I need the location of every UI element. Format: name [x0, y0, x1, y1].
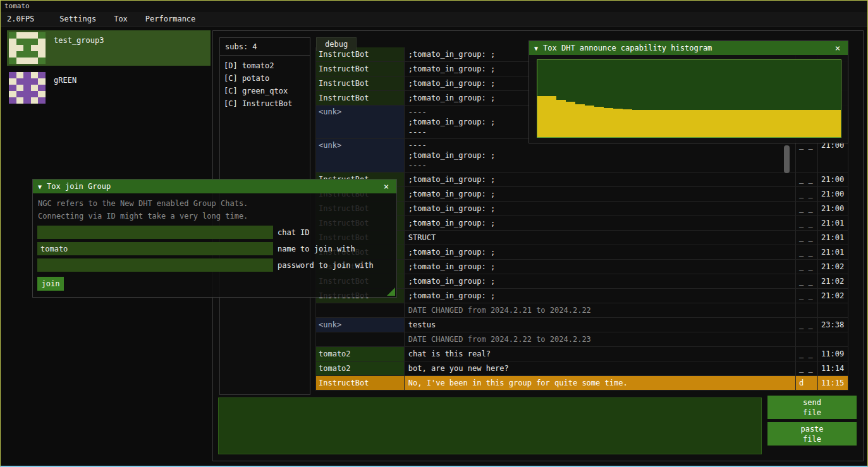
chat-row[interactable]: tomato2 bot, are you new here? _ _ 11:14 [316, 361, 848, 376]
histogram-bar [670, 110, 680, 137]
chat-row-message: ;tomato_in_group: ; [405, 173, 796, 186]
histogram-bar [708, 110, 718, 137]
chat-row-message: ---- ;tomato_in_group: ; ---- [405, 139, 796, 172]
sidebar-group-green[interactable]: gREEN [7, 70, 211, 106]
histogram-bar [642, 110, 651, 137]
histogram-bar [613, 109, 623, 137]
histogram-bar [822, 110, 831, 137]
join-titlebar[interactable]: ▼ Tox join Group × [33, 179, 396, 193]
titlebar[interactable]: tomato [1, 1, 867, 12]
histogram-bar [623, 109, 632, 137]
menu-item[interactable]: Tox [105, 13, 137, 25]
chat-row-time: 11:14 [818, 361, 848, 375]
chat-id-input[interactable] [37, 226, 273, 239]
chat-row-time: 11:15 [818, 376, 848, 390]
chat-row-time: 21:01 [818, 231, 848, 245]
chat-row-status: _ _ [796, 361, 818, 375]
histogram-bar [604, 108, 613, 137]
histogram-bar [793, 110, 803, 137]
chat-row-status: _ _ [796, 231, 818, 245]
chat-row[interactable]: InstructBot No, I've been in this group … [316, 376, 848, 391]
chat-row-message: bot, are you new here? [405, 361, 796, 375]
chat-scrollbar-thumb[interactable] [784, 145, 790, 173]
histogram-bar [585, 106, 594, 137]
histogram-bar [737, 110, 746, 137]
message-input[interactable] [218, 397, 762, 454]
histogram-bar [831, 110, 841, 137]
close-icon[interactable]: × [833, 43, 843, 53]
histogram-bar [632, 110, 642, 137]
join-name-input[interactable] [37, 242, 273, 255]
subs-member[interactable]: [C] potato [224, 72, 306, 85]
chat-row-time: 21:00 [818, 139, 848, 172]
chat-row-status: _ _ [796, 347, 818, 361]
group-name: test_group3 [54, 36, 104, 66]
chat-row-message: ;tomato_in_group: ; [405, 202, 796, 215]
chat-row-status: d [796, 376, 818, 390]
subs-member[interactable]: [C] green_qtox [224, 85, 306, 97]
chat-row-author [316, 303, 405, 317]
chat-row-message: ;tomato_in_group: ; [405, 245, 796, 259]
join-password-input[interactable] [37, 258, 273, 272]
help-line: Connecting via ID might take a very long… [38, 210, 391, 222]
chat-row[interactable]: tomato2 chat is this real? _ _ 11:09 [316, 347, 848, 361]
chat-row-author: <unk> [316, 139, 405, 172]
subs-list: [D] tomato2[C] potato[C] green_qtox[C] I… [220, 56, 310, 114]
chat-row-status: _ _ [796, 245, 818, 259]
sidebar-group-test_group3[interactable]: test_group3 [7, 30, 211, 66]
histogram-bar [718, 110, 727, 137]
chat-row-message: STRUCT [405, 231, 796, 245]
help-line: NGC refers to the New DHT enabled Group … [38, 197, 391, 210]
join-button[interactable]: join [37, 277, 64, 291]
chat-row[interactable]: DATE CHANGED from 2024.2.21 to 2024.2.22 [316, 303, 848, 318]
chat-row-time: 21:01 [818, 216, 848, 230]
chat-row[interactable]: <unk> ---- ;tomato_in_group: ; ---- _ _ … [316, 139, 848, 173]
join-password-label: password to join with [278, 261, 374, 270]
paste-file-button[interactable]: paste file [767, 422, 857, 446]
chat-row-author: tomato2 [316, 347, 405, 361]
chat-row-status: _ _ [796, 187, 818, 201]
subs-member[interactable]: [C] InstructBot [224, 97, 306, 110]
chat-row-author: <unk> [316, 106, 405, 138]
histogram-bar [547, 96, 556, 137]
menu-item[interactable]: Settings [51, 13, 105, 25]
histogram-bar [651, 110, 661, 137]
chat-row[interactable]: <unk> testus _ _ 23:38 [316, 318, 848, 332]
histogram-bar [575, 104, 585, 137]
menubar: 2.0FPS SettingsToxPerformance [1, 12, 867, 27]
chat-id-row: chat ID [37, 226, 396, 239]
subs-member[interactable]: [D] tomato2 [224, 59, 306, 72]
send-file-button[interactable]: send file [767, 396, 857, 419]
chat-row-author: InstructBot [316, 376, 405, 390]
join-window-title: Tox join Group [47, 182, 381, 191]
join-name-label: name to join with [278, 245, 355, 253]
resize-grip-icon[interactable] [387, 288, 395, 296]
histogram-bar [774, 110, 784, 137]
chat-row-time: 21:02 [818, 260, 848, 274]
chat-row-status [796, 303, 818, 317]
histogram-bar [566, 102, 575, 137]
join-help-text: NGC refers to the New DHT enabled Group … [33, 193, 396, 222]
tab-debug[interactable]: debug [316, 37, 357, 51]
histogram-bar [661, 110, 670, 137]
close-icon[interactable]: × [381, 181, 391, 191]
histogram-bar [803, 110, 812, 137]
chat-row-author: InstructBot [316, 62, 405, 76]
chat-row-message: chat is this real? [405, 347, 796, 361]
app-window: tomato 2.0FPS SettingsToxPerformance tes… [0, 0, 868, 467]
chat-row-author: tomato2 [316, 361, 405, 375]
histogram-bar [727, 110, 737, 137]
chat-row-time: 23:38 [818, 318, 848, 332]
chat-row[interactable]: DATE CHANGED from 2024.2.22 to 2024.2.23 [316, 332, 848, 347]
chat-row-status: _ _ [796, 274, 818, 288]
collapse-arrow-icon[interactable]: ▼ [534, 45, 538, 52]
histogram-titlebar[interactable]: ▼ Tox DHT announce capability histogram … [529, 41, 848, 55]
chat-row-author: InstructBot [316, 91, 405, 105]
dht-histogram-window: ▼ Tox DHT announce capability histogram … [529, 40, 848, 143]
histogram-bar [556, 100, 566, 137]
chat-row-message: ;tomato_in_group: ; [405, 187, 796, 201]
collapse-arrow-icon[interactable]: ▼ [38, 183, 42, 190]
histogram-bar [784, 110, 793, 137]
chat-row-status: _ _ [796, 202, 818, 215]
menu-item[interactable]: Performance [137, 13, 204, 25]
